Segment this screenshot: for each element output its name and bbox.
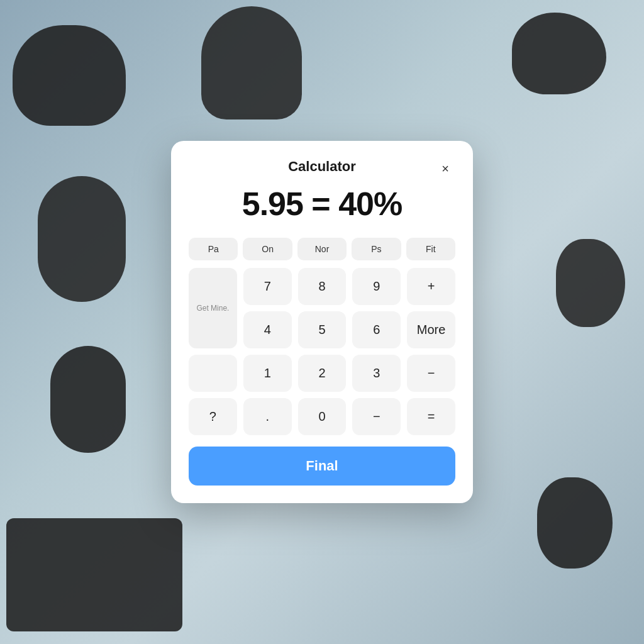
- get-mine-button[interactable]: Get Mine.: [189, 268, 237, 348]
- mode-nor[interactable]: Nor: [297, 238, 347, 260]
- btn-equals[interactable]: =: [407, 398, 455, 435]
- btn-0[interactable]: 0: [298, 398, 347, 435]
- button-grid: Get Mine. 7 8 9 + 4 5 6 More 1 2 3 − ? .…: [189, 268, 455, 435]
- mouse-bottom-right: [537, 477, 613, 569]
- headphone-bottom-left: [50, 346, 126, 453]
- mode-ps[interactable]: Ps: [352, 238, 401, 260]
- btn-5[interactable]: 5: [298, 311, 347, 348]
- headphone-top-left: [13, 25, 126, 126]
- btn-minus2[interactable]: −: [407, 355, 455, 392]
- close-button[interactable]: ×: [435, 158, 455, 179]
- mode-fit[interactable]: Fit: [406, 238, 455, 260]
- final-button[interactable]: Final: [189, 447, 455, 486]
- keyboard-bottom-left: [6, 518, 182, 631]
- btn-question[interactable]: ?: [189, 398, 237, 435]
- mode-pa[interactable]: Pa: [189, 238, 238, 260]
- btn-8[interactable]: 8: [298, 268, 347, 305]
- btn-2[interactable]: 2: [298, 355, 347, 392]
- btn-4[interactable]: 4: [243, 311, 292, 348]
- btn-9[interactable]: 9: [352, 268, 401, 305]
- empty-cell: [189, 355, 237, 392]
- calculator-title: Calculator: [288, 158, 356, 175]
- display-value: 5.95 = 40%: [242, 186, 402, 222]
- headphone-mid-left: [38, 176, 126, 302]
- headphone-top-center: [201, 6, 302, 119]
- mode-row: Pa On Nor Ps Fit: [189, 238, 455, 260]
- btn-plus[interactable]: +: [407, 268, 455, 305]
- btn-7[interactable]: 7: [243, 268, 292, 305]
- mode-on[interactable]: On: [243, 238, 292, 260]
- mouse-mid-right: [556, 239, 625, 327]
- calculator-header: Calculator ×: [189, 158, 455, 175]
- btn-minus[interactable]: −: [352, 398, 401, 435]
- calculator-modal: Calculator × 5.95 = 40% Pa On Nor Ps Fit…: [171, 141, 473, 503]
- calculator-display: 5.95 = 40%: [189, 185, 455, 223]
- btn-3[interactable]: 3: [352, 355, 401, 392]
- btn-6[interactable]: 6: [352, 311, 401, 348]
- btn-dot[interactable]: .: [243, 398, 292, 435]
- btn-1[interactable]: 1: [243, 355, 292, 392]
- btn-more[interactable]: More: [407, 311, 455, 348]
